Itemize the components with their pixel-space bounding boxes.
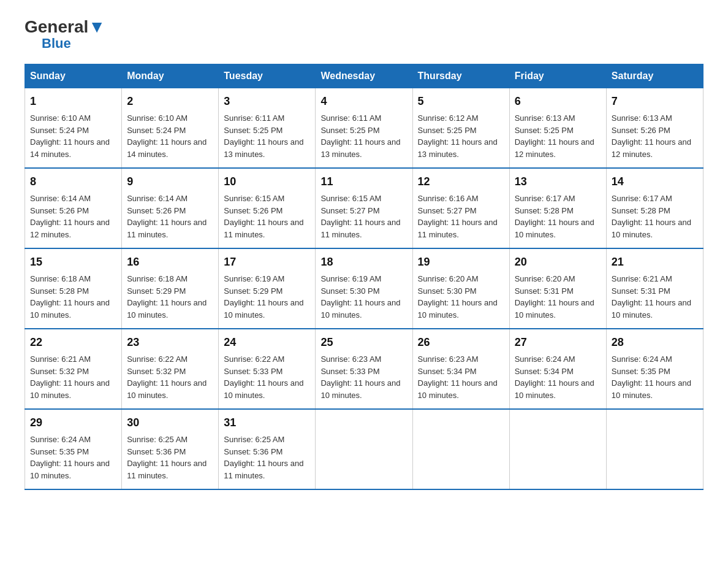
- day-sunset: Sunset: 5:26 PM: [612, 126, 670, 135]
- day-sunset: Sunset: 5:35 PM: [30, 447, 89, 456]
- day-number: 7: [612, 93, 698, 110]
- day-number: 11: [320, 174, 407, 190]
- day-daylight: Daylight: 11 hours and 10 minutes.: [320, 378, 400, 400]
- calendar-week-5: 29 Sunrise: 6:24 AM Sunset: 5:35 PM Dayl…: [25, 409, 703, 489]
- day-sunset: Sunset: 5:24 PM: [30, 126, 89, 135]
- day-sunset: Sunset: 5:24 PM: [127, 126, 186, 135]
- calendar-header-thursday: Thursday: [412, 64, 509, 88]
- day-number: 31: [224, 415, 310, 431]
- day-sunrise: Sunrise: 6:19 AM: [320, 274, 381, 283]
- day-number: 14: [612, 174, 698, 190]
- day-daylight: Daylight: 11 hours and 10 minutes.: [612, 298, 691, 320]
- day-sunrise: Sunrise: 6:14 AM: [30, 194, 91, 203]
- day-sunset: Sunset: 5:36 PM: [127, 447, 186, 456]
- calendar-header-tuesday: Tuesday: [219, 64, 316, 88]
- day-sunset: Sunset: 5:25 PM: [224, 126, 282, 135]
- calendar-cell: 22 Sunrise: 6:21 AM Sunset: 5:32 PM Dayl…: [25, 329, 122, 409]
- day-daylight: Daylight: 11 hours and 12 minutes.: [30, 218, 110, 239]
- calendar-cell: 11 Sunrise: 6:15 AM Sunset: 5:27 PM Dayl…: [316, 168, 412, 248]
- logo: General▼ Blue: [25, 18, 105, 52]
- day-sunrise: Sunrise: 6:25 AM: [127, 435, 188, 444]
- day-sunrise: Sunrise: 6:20 AM: [515, 274, 575, 283]
- day-sunset: Sunset: 5:31 PM: [515, 286, 574, 296]
- day-daylight: Daylight: 11 hours and 13 minutes.: [224, 137, 303, 159]
- calendar-week-4: 22 Sunrise: 6:21 AM Sunset: 5:32 PM Dayl…: [25, 329, 703, 409]
- day-daylight: Daylight: 11 hours and 14 minutes.: [30, 137, 110, 159]
- day-number: 1: [30, 93, 116, 110]
- page-header: General▼ Blue: [25, 18, 703, 52]
- calendar-header-friday: Friday: [509, 64, 606, 88]
- calendar-cell: 16 Sunrise: 6:18 AM Sunset: 5:29 PM Dayl…: [122, 248, 219, 329]
- calendar-week-1: 1 Sunrise: 6:10 AM Sunset: 5:24 PM Dayli…: [25, 88, 703, 169]
- day-daylight: Daylight: 11 hours and 10 minutes.: [612, 378, 691, 400]
- calendar-cell: 20 Sunrise: 6:20 AM Sunset: 5:31 PM Dayl…: [509, 248, 606, 329]
- day-number: 21: [612, 254, 698, 270]
- calendar-cell: 23 Sunrise: 6:22 AM Sunset: 5:32 PM Dayl…: [122, 329, 219, 409]
- day-sunset: Sunset: 5:28 PM: [30, 286, 89, 296]
- day-sunrise: Sunrise: 6:16 AM: [418, 194, 479, 203]
- calendar-cell: 28 Sunrise: 6:24 AM Sunset: 5:35 PM Dayl…: [606, 329, 703, 409]
- calendar-cell: 13 Sunrise: 6:17 AM Sunset: 5:28 PM Dayl…: [509, 168, 606, 248]
- calendar-header-monday: Monday: [122, 64, 219, 88]
- day-sunset: Sunset: 5:30 PM: [418, 286, 477, 296]
- calendar-table: SundayMondayTuesdayWednesdayThursdayFrid…: [25, 64, 703, 490]
- day-number: 30: [127, 415, 213, 431]
- day-sunrise: Sunrise: 6:13 AM: [515, 113, 575, 123]
- day-daylight: Daylight: 11 hours and 11 minutes.: [224, 218, 303, 239]
- day-daylight: Daylight: 11 hours and 12 minutes.: [515, 137, 594, 159]
- calendar-cell: 27 Sunrise: 6:24 AM Sunset: 5:34 PM Dayl…: [509, 329, 606, 409]
- calendar-cell: [316, 409, 412, 489]
- day-number: 8: [30, 174, 116, 190]
- day-daylight: Daylight: 11 hours and 10 minutes.: [418, 378, 498, 400]
- day-sunrise: Sunrise: 6:24 AM: [612, 354, 672, 364]
- calendar-cell: 1 Sunrise: 6:10 AM Sunset: 5:24 PM Dayli…: [25, 88, 122, 169]
- day-number: 16: [127, 254, 213, 270]
- day-sunrise: Sunrise: 6:10 AM: [30, 113, 91, 123]
- calendar-header-row: SundayMondayTuesdayWednesdayThursdayFrid…: [25, 64, 703, 88]
- calendar-cell: [412, 409, 509, 489]
- day-sunrise: Sunrise: 6:10 AM: [127, 113, 188, 123]
- calendar-cell: 7 Sunrise: 6:13 AM Sunset: 5:26 PM Dayli…: [606, 88, 703, 169]
- day-sunrise: Sunrise: 6:19 AM: [224, 274, 284, 283]
- calendar-cell: 19 Sunrise: 6:20 AM Sunset: 5:30 PM Dayl…: [412, 248, 509, 329]
- logo-blue-text: Blue: [42, 36, 105, 52]
- day-daylight: Daylight: 11 hours and 11 minutes.: [127, 459, 207, 480]
- day-sunrise: Sunrise: 6:15 AM: [320, 194, 381, 203]
- day-sunset: Sunset: 5:35 PM: [612, 367, 670, 376]
- calendar-cell: 25 Sunrise: 6:23 AM Sunset: 5:33 PM Dayl…: [316, 329, 412, 409]
- day-number: 15: [30, 254, 116, 270]
- day-sunset: Sunset: 5:32 PM: [30, 367, 89, 376]
- day-number: 25: [320, 334, 407, 351]
- day-number: 29: [30, 415, 116, 431]
- day-sunrise: Sunrise: 6:24 AM: [515, 354, 575, 364]
- calendar-week-3: 15 Sunrise: 6:18 AM Sunset: 5:28 PM Dayl…: [25, 248, 703, 329]
- day-sunrise: Sunrise: 6:23 AM: [320, 354, 381, 364]
- calendar-cell: 30 Sunrise: 6:25 AM Sunset: 5:36 PM Dayl…: [122, 409, 219, 489]
- day-sunrise: Sunrise: 6:13 AM: [612, 113, 672, 123]
- day-sunset: Sunset: 5:27 PM: [418, 206, 477, 215]
- day-sunrise: Sunrise: 6:20 AM: [418, 274, 479, 283]
- day-daylight: Daylight: 11 hours and 11 minutes.: [418, 218, 498, 239]
- day-sunset: Sunset: 5:25 PM: [418, 126, 477, 135]
- day-daylight: Daylight: 11 hours and 11 minutes.: [320, 218, 400, 239]
- day-daylight: Daylight: 11 hours and 10 minutes.: [127, 378, 207, 400]
- day-daylight: Daylight: 11 hours and 11 minutes.: [127, 218, 207, 239]
- day-sunset: Sunset: 5:29 PM: [127, 286, 186, 296]
- day-sunrise: Sunrise: 6:24 AM: [30, 435, 91, 444]
- day-number: 2: [127, 93, 213, 110]
- day-daylight: Daylight: 11 hours and 10 minutes.: [224, 378, 303, 400]
- calendar-cell: 4 Sunrise: 6:11 AM Sunset: 5:25 PM Dayli…: [316, 88, 412, 169]
- calendar-cell: 26 Sunrise: 6:23 AM Sunset: 5:34 PM Dayl…: [412, 329, 509, 409]
- calendar-header-saturday: Saturday: [606, 64, 703, 88]
- calendar-cell: 5 Sunrise: 6:12 AM Sunset: 5:25 PM Dayli…: [412, 88, 509, 169]
- day-sunset: Sunset: 5:28 PM: [515, 206, 574, 215]
- calendar-header-wednesday: Wednesday: [316, 64, 412, 88]
- day-daylight: Daylight: 11 hours and 10 minutes.: [224, 298, 303, 320]
- logo-triangle-icon: ▼: [88, 17, 105, 36]
- day-sunset: Sunset: 5:27 PM: [320, 206, 379, 215]
- day-number: 24: [224, 334, 310, 351]
- day-daylight: Daylight: 11 hours and 10 minutes.: [612, 218, 691, 239]
- day-daylight: Daylight: 11 hours and 10 minutes.: [320, 298, 400, 320]
- day-number: 4: [320, 93, 407, 110]
- calendar-cell: [509, 409, 606, 489]
